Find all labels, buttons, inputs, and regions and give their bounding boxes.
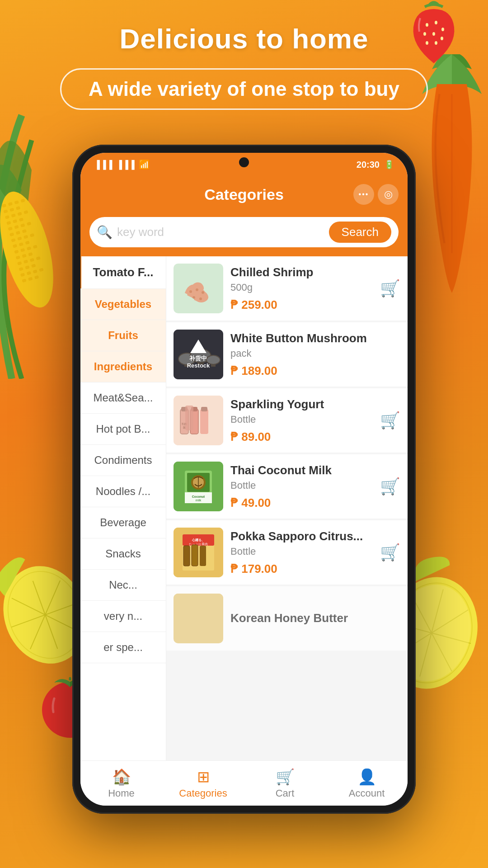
- sidebar-item-meat-sea[interactable]: Meat&Sea...: [80, 382, 166, 414]
- sidebar-item-condiments[interactable]: Condiments: [80, 445, 166, 476]
- battery-icon: 🔋: [384, 160, 394, 170]
- search-bar-container: 🔍 key word Search: [80, 212, 408, 256]
- product-name-sparkling-yogurt: Sparkling Yogurt: [230, 397, 373, 412]
- nav-item-account[interactable]: 👤 Account: [326, 761, 408, 806]
- svg-rect-100: [185, 406, 193, 430]
- app-title: Categories: [204, 186, 284, 203]
- svg-rect-98: [200, 409, 208, 434]
- sidebar-item-snacks[interactable]: Snacks: [80, 538, 166, 570]
- product-info-white-mushroom: White Button Mushroom pack 189.00: [230, 331, 400, 378]
- sidebar-item-vegetables[interactable]: Vegetables: [80, 289, 166, 320]
- svg-point-75: [196, 288, 198, 291]
- sidebar-item-hot-pot[interactable]: Hot pot B...: [80, 414, 166, 445]
- sidebar-item-beverage[interactable]: Beverage: [80, 507, 166, 538]
- wifi-icon: 📶: [139, 159, 150, 170]
- product-image-chilled-shrimp: [174, 264, 223, 313]
- nav-item-categories[interactable]: ⊞ Categories: [162, 761, 244, 806]
- product-price-chilled-shrimp: 259.00: [230, 298, 373, 312]
- nav-label-cart: Cart: [276, 788, 295, 799]
- restock-badge: 补货中Restock: [174, 330, 223, 379]
- headline: Delicious to home: [0, 23, 488, 55]
- cart-icon: 🛒: [276, 768, 295, 786]
- sidebar-item-tomato-f[interactable]: Tomato F...: [80, 256, 166, 289]
- product-image-thai-coconut-milk: Coconut milk: [174, 462, 223, 511]
- target-button[interactable]: ◎: [378, 184, 399, 205]
- status-left: ▐▐▐ ▐▐▐ 📶: [94, 159, 150, 170]
- categories-icon: ⊞: [197, 768, 210, 786]
- product-name-chilled-shrimp: Chilled Shrimp: [230, 265, 373, 280]
- svg-rect-117: [192, 545, 198, 566]
- nav-label-categories: Categories: [179, 788, 227, 799]
- main-content: Tomato F... Vegetables Fruits Ingredient…: [80, 256, 408, 768]
- add-to-cart-sparkling-yogurt[interactable]: 🛒: [380, 411, 400, 430]
- svg-rect-99: [201, 407, 207, 411]
- product-name-white-mushroom: White Button Mushroom: [230, 331, 400, 346]
- search-button[interactable]: Search: [329, 222, 391, 243]
- svg-text:Coconut: Coconut: [192, 495, 205, 498]
- svg-rect-119: [200, 546, 206, 566]
- nav-label-home: Home: [108, 788, 135, 799]
- product-price-pokka-sapporo: 179.00: [230, 562, 373, 576]
- svg-point-77: [192, 296, 195, 299]
- product-list: Chilled Shrimp 500g 259.00 🛒: [166, 256, 408, 768]
- product-price-sparkling-yogurt: 89.00: [230, 430, 373, 444]
- product-info-thai-coconut-milk: Thai Coconut Milk Bottle 49.00: [230, 463, 373, 510]
- header-icons: ••• ◎: [353, 184, 399, 205]
- sidebar-item-er-spe[interactable]: er spe...: [80, 632, 166, 663]
- subheadline: A wide variety of one stop to buy: [89, 78, 399, 100]
- product-item-chilled-shrimp: Chilled Shrimp 500g 259.00 🛒: [166, 256, 408, 321]
- search-input[interactable]: key word: [117, 225, 324, 239]
- app-header: Categories ••• ◎: [80, 176, 408, 212]
- bottom-nav: 🏠 Home ⊞ Categories 🛒 Cart 👤 Account: [80, 760, 408, 806]
- svg-point-74: [189, 290, 192, 293]
- add-to-cart-pokka-sapporo[interactable]: 🛒: [380, 543, 400, 562]
- header-section: Delicious to home A wide variety of one …: [0, 23, 488, 110]
- product-sub-white-mushroom: pack: [230, 348, 400, 359]
- corn-decoration: [0, 90, 81, 362]
- phone-screen: ▐▐▐ ▐▐▐ 📶 20:30 🔋 Categories ••• ◎: [80, 153, 408, 806]
- product-image-pokka-sapporo: 心躍る、 たっぷり果肉: [174, 528, 223, 577]
- product-sub-pokka-sapporo: Bottle: [230, 546, 373, 557]
- svg-text:milk: milk: [196, 499, 202, 502]
- home-icon: 🏠: [112, 768, 131, 786]
- nav-item-cart[interactable]: 🛒 Cart: [244, 761, 326, 806]
- svg-point-76: [202, 291, 204, 294]
- sidebar-item-fruits[interactable]: Fruits: [80, 320, 166, 351]
- product-info-chilled-shrimp: Chilled Shrimp 500g 259.00: [230, 265, 373, 312]
- sidebar-item-noodles[interactable]: Noodles /...: [80, 476, 166, 507]
- signal-1: ▐▐▐: [94, 160, 113, 170]
- add-to-cart-chilled-shrimp[interactable]: 🛒: [380, 279, 400, 298]
- sidebar-item-ingredients[interactable]: Ingredients: [80, 351, 166, 382]
- product-item-sparkling-yogurt: 乳酸 菌: [166, 388, 408, 453]
- sidebar-item-very-n[interactable]: very n...: [80, 601, 166, 632]
- target-icon: ◎: [384, 189, 393, 200]
- camera-notch: [239, 157, 249, 167]
- category-sidebar: Tomato F... Vegetables Fruits Ingredient…: [80, 256, 166, 768]
- signal-2: ▐▐▐: [116, 160, 135, 170]
- product-info-sparkling-yogurt: Sparkling Yogurt Bottle 89.00: [230, 397, 373, 444]
- subtitle-box: A wide variety of one stop to buy: [60, 68, 428, 110]
- sidebar-item-nec[interactable]: Nec...: [80, 570, 166, 601]
- add-to-cart-thai-coconut-milk[interactable]: 🛒: [380, 477, 400, 496]
- product-sub-thai-coconut-milk: Bottle: [230, 480, 373, 491]
- nav-label-account: Account: [349, 788, 385, 799]
- product-image-white-mushroom: 补货中Restock: [174, 330, 223, 379]
- more-options-button[interactable]: •••: [353, 184, 374, 205]
- svg-rect-120: [174, 594, 223, 612]
- search-icon: 🔍: [97, 225, 113, 240]
- account-icon: 👤: [357, 768, 376, 786]
- status-right: 20:30 🔋: [357, 160, 394, 170]
- nav-item-home[interactable]: 🏠 Home: [80, 761, 162, 806]
- product-sub-chilled-shrimp: 500g: [230, 282, 373, 293]
- time-display: 20:30: [357, 160, 380, 170]
- product-item-white-mushroom: 补货中Restock White Button Mushroom pack 18…: [166, 322, 408, 387]
- svg-point-78: [199, 297, 202, 300]
- search-bar: 🔍 key word Search: [89, 217, 399, 247]
- product-item-thai-coconut-milk: Coconut milk Thai Coconut Milk Bottle 49…: [166, 454, 408, 519]
- status-bar: ▐▐▐ ▐▐▐ 📶 20:30 🔋: [80, 153, 408, 176]
- svg-rect-115: [183, 546, 190, 566]
- product-name-korean-honey-butter: Korean Honey Butter: [230, 611, 400, 626]
- product-item-korean-honey-butter: Korean Honey Butter: [166, 586, 408, 651]
- product-name-pokka-sapporo: Pokka Sapporo Citrus...: [230, 529, 373, 544]
- product-info-pokka-sapporo: Pokka Sapporo Citrus... Bottle 179.00: [230, 529, 373, 576]
